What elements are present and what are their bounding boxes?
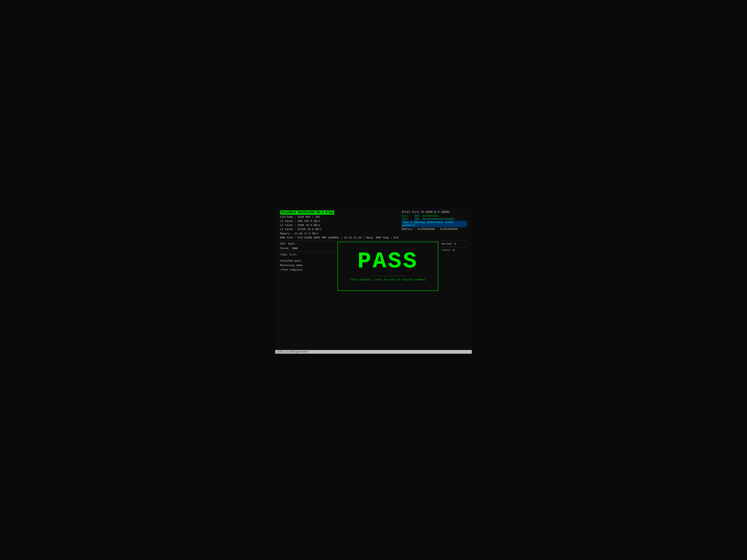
- clk-temp-row: Clk/Temp : 3198 MHz / 49C: [280, 215, 398, 219]
- horizontal-divider-1: [280, 241, 467, 241]
- l1-cache-row: L1 Cache : 64K 166.5 GB/s: [280, 219, 398, 223]
- time-row: Time: 0:27:: [280, 252, 335, 257]
- test-complete-row: >Test Complete: [280, 268, 335, 272]
- right-status-panel: Active: 4 rrors: 0: [438, 242, 467, 291]
- state-row: State: |WWW: [280, 246, 335, 251]
- l2-cache-row: L2 Cache : 256K 49.0 GB/s: [280, 223, 398, 228]
- cpu-cores-row: CPU: 0123: [280, 242, 335, 246]
- errors-row: rrors: 0: [442, 248, 467, 252]
- bottom-status-bar: (ESC)/(c)onfiguration: [275, 350, 472, 354]
- memtest-screen: PassMark MemTest86 V9.0 Free Clk/Temp : …: [275, 206, 472, 354]
- releasing-memo-row: Releasing memo: [280, 263, 335, 268]
- current-test-row: Test 4 [Moving inversions, 8-bit pattern…: [402, 221, 467, 227]
- left-status-panel: CPU: 0123 State: |WWW Time: 0:27: Finish…: [280, 242, 337, 291]
- pass-display-panel: PASS Test complete, press any key to dis…: [337, 242, 438, 291]
- pass-text: PASS: [358, 250, 418, 273]
- l3-cache-row: L3 Cache : 6144K 36.0 GB/s: [280, 228, 398, 232]
- address-row: Address : 0x100000000 - 0x33F4E5000: [402, 227, 467, 231]
- test-bar-row: Test 59% ####################: [402, 218, 467, 221]
- pass-divider: [369, 276, 406, 276]
- left-divider-1: [280, 251, 335, 252]
- pass-bar-row: Pass 33% ##########: [402, 214, 467, 218]
- app-title: PassMark MemTest86 V9.0 Free: [280, 210, 334, 215]
- active-row: Active: 4: [442, 242, 467, 246]
- memory-row: Memory : 11.8G 17.4 GB/s: [280, 232, 398, 236]
- cpu-name: Intel Core i5-4460 @ 3.20GHz: [402, 210, 467, 214]
- finished-pass-row: Finished pass: [280, 259, 335, 263]
- ram-info-row: RAM Info : PC3-14900 DDR3 XMP 1866MHz / …: [280, 236, 398, 240]
- complete-message: Test complete, press any key to display …: [350, 278, 426, 281]
